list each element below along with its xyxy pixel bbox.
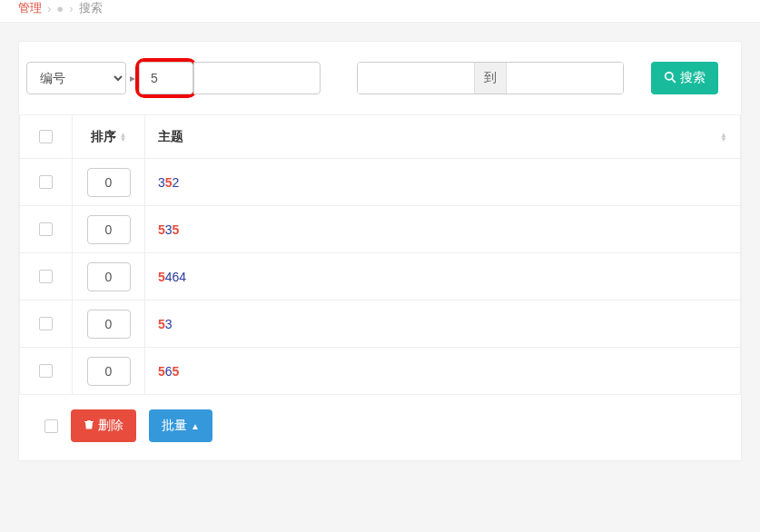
filter-bar: 编号 ▸ 到 搜索 — [19, 58, 741, 114]
batch-button-label: 批量 — [162, 418, 187, 434]
delete-button[interactable]: 删除 — [71, 409, 136, 442]
row-topic-link[interactable]: 352 — [158, 175, 179, 190]
breadcrumb-search-label: 搜索 — [79, 0, 103, 16]
delete-button-label: 删除 — [98, 418, 123, 434]
table-row: 5464 — [20, 253, 741, 300]
range-to-input[interactable] — [507, 63, 623, 94]
row-sort-input[interactable] — [87, 262, 131, 291]
row-topic-link[interactable]: 535 — [158, 222, 179, 237]
row-topic-link[interactable]: 565 — [158, 364, 179, 379]
col-header-topic[interactable]: 主题 — [158, 129, 183, 145]
range-from-input[interactable] — [358, 63, 474, 94]
breadcrumb-sep: › — [47, 2, 51, 15]
trash-icon — [84, 419, 94, 433]
filter-field-select[interactable]: 编号 — [26, 62, 126, 94]
search-input-ext[interactable] — [193, 62, 321, 94]
breadcrumb-title: 管理 — [18, 0, 42, 16]
row-sort-input[interactable] — [87, 310, 131, 339]
sort-caret-icon: ▲▼ — [720, 133, 727, 142]
date-range: 到 — [357, 62, 624, 94]
row-checkbox[interactable] — [39, 317, 53, 330]
search-input[interactable] — [139, 62, 193, 94]
svg-line-1 — [672, 78, 676, 82]
search-input-highlight — [135, 58, 197, 98]
table-row: 352 — [20, 159, 741, 206]
row-sort-input[interactable] — [87, 168, 131, 197]
row-checkbox[interactable] — [39, 364, 53, 378]
chevron-up-icon: ▲ — [191, 421, 200, 431]
select-all-footer-checkbox[interactable] — [44, 419, 58, 433]
row-checkbox[interactable] — [39, 222, 53, 236]
bottom-action-bar: 删除 批量 ▲ — [19, 395, 741, 442]
range-mid-label: 到 — [474, 63, 507, 94]
breadcrumb: 管理 › ● › 搜索 — [0, 0, 760, 23]
select-all-checkbox[interactable] — [39, 130, 53, 143]
table-row: 565 — [20, 348, 741, 395]
search-icon — [664, 71, 676, 86]
breadcrumb-sep-2: › — [69, 2, 73, 15]
batch-button[interactable]: 批量 ▲ — [149, 409, 212, 442]
row-checkbox[interactable] — [39, 270, 53, 283]
search-button[interactable]: 搜索 — [651, 62, 718, 94]
search-button-label: 搜索 — [680, 70, 706, 86]
table-row: 535 — [20, 206, 741, 253]
row-topic-link[interactable]: 5464 — [158, 270, 186, 284]
sort-caret-icon: ▲▼ — [120, 133, 127, 142]
row-sort-input[interactable] — [87, 357, 131, 386]
row-checkbox[interactable] — [39, 175, 53, 189]
table-row: 53 — [20, 300, 741, 348]
svg-point-0 — [666, 72, 673, 79]
main-panel: 编号 ▸ 到 搜索 排序 ▲▼ — [18, 41, 742, 461]
breadcrumb-dot: ● — [56, 2, 64, 15]
row-topic-link[interactable]: 53 — [158, 317, 173, 331]
data-table: 排序 ▲▼ 主题 ▲▼ 352535546453565 — [19, 114, 741, 395]
row-sort-input[interactable] — [87, 215, 131, 244]
col-header-sort[interactable]: 排序 — [91, 129, 116, 145]
